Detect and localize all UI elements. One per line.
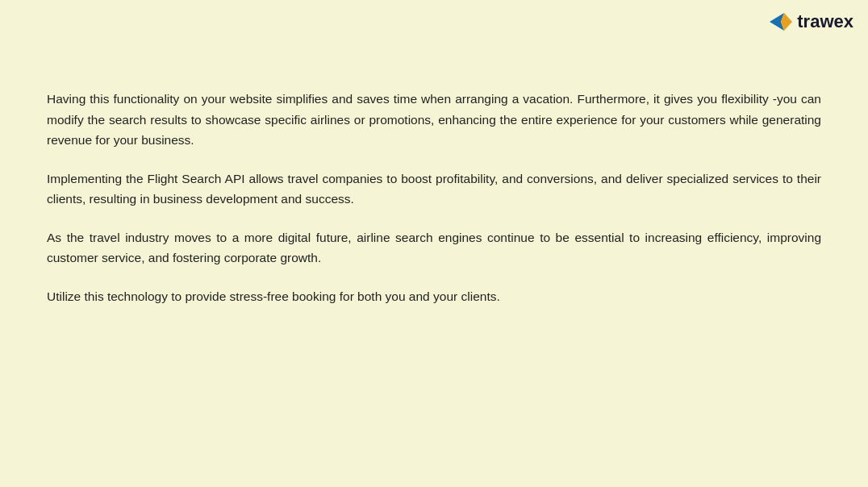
brand-name: trawex [797,11,853,32]
paragraph-3: As the travel industry moves to a more d… [47,227,821,268]
logo: trawex [770,11,853,32]
paragraph-1: Having this functionality on your websit… [47,89,821,151]
trawex-logo-icon [770,13,792,31]
paragraph-4: Utilize this technology to provide stres… [47,286,821,307]
main-content: Having this functionality on your websit… [47,89,821,439]
paragraph-2: Implementing the Flight Search API allow… [47,169,821,210]
